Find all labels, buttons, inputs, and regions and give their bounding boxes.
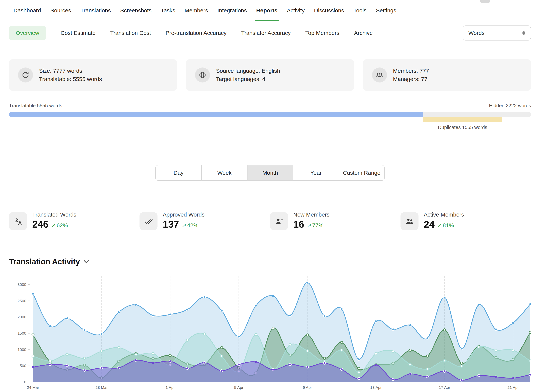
svg-text:28 Mar: 28 Mar <box>95 385 108 390</box>
range-week-button[interactable]: Week <box>201 165 247 180</box>
tab-translation-cost[interactable]: Translation Cost <box>110 30 151 36</box>
duplicates-label: Duplicates 1555 words <box>438 124 487 130</box>
date-range-toggle: Day Week Month Year Custom Range <box>155 165 385 181</box>
nav-item-dashboard[interactable]: Dashboard <box>14 0 41 21</box>
new-members-stat: New Members 16 ↗77% <box>270 211 400 230</box>
nav-item-tasks[interactable]: Tasks <box>161 0 175 21</box>
size-line: Size: 7777 words <box>39 67 102 75</box>
stat-label: Translated Words <box>32 211 76 218</box>
svg-text:1000: 1000 <box>17 347 26 352</box>
svg-text:13 Apr: 13 Apr <box>370 385 382 390</box>
members-line: Members: 777 <box>393 67 429 75</box>
svg-text:2000: 2000 <box>17 315 26 319</box>
stat-value: 24 <box>424 218 435 230</box>
nav-item-settings[interactable]: Settings <box>376 0 396 21</box>
members-card: Members: 777 Managers: 77 <box>363 59 531 91</box>
svg-text:17 Apr: 17 Apr <box>439 385 450 390</box>
project-info-cards: Size: 7777 words Translatable: 5555 word… <box>9 59 531 91</box>
stat-delta: ↗42% <box>182 221 198 230</box>
stat-delta: ↗77% <box>307 221 323 230</box>
people-icon <box>400 212 419 230</box>
tab-pretranslation-accuracy[interactable]: Pre-translation Accuracy <box>165 30 226 36</box>
stat-value: 137 <box>163 218 179 230</box>
range-day-button[interactable]: Day <box>156 165 201 180</box>
tab-cost-estimate[interactable]: Cost Estimate <box>60 30 96 36</box>
nav-item-activity[interactable]: Activity <box>287 0 305 21</box>
svg-text:500: 500 <box>20 363 26 368</box>
progress-track <box>9 112 531 117</box>
range-custom-button[interactable]: Custom Range <box>339 165 384 180</box>
nav-item-discussions[interactable]: Discussions <box>314 0 344 21</box>
svg-text:1 Apr: 1 Apr <box>165 385 175 390</box>
svg-text:0: 0 <box>24 380 26 384</box>
managers-line: Managers: 77 <box>393 75 429 83</box>
range-month-button[interactable]: Month <box>247 165 293 180</box>
stat-value: 246 <box>32 218 49 230</box>
svg-text:1500: 1500 <box>17 331 26 335</box>
size-card: Size: 7777 words Translatable: 5555 word… <box>9 59 177 91</box>
tab-overview[interactable]: Overview <box>9 26 46 40</box>
translatable-bar <box>9 112 423 117</box>
tab-top-members[interactable]: Top Members <box>305 30 339 36</box>
globe-icon <box>195 68 210 83</box>
language-card: Source language: English Target language… <box>186 59 354 91</box>
reports-page: Dashboard Sources Translations Screensho… <box>0 0 540 392</box>
svg-text:24 Mar: 24 Mar <box>27 385 39 390</box>
date-range-toggle-row: Day Week Month Year Custom Range <box>0 165 540 181</box>
nav-item-members[interactable]: Members <box>185 0 208 21</box>
activity-header: Translation Activity <box>9 257 531 266</box>
nav-item-screenshots[interactable]: Screenshots <box>120 0 151 21</box>
unit-select-value: Words <box>468 30 485 36</box>
nav-item-tools[interactable]: Tools <box>353 0 367 21</box>
svg-text:9 Apr: 9 Apr <box>303 385 312 390</box>
source-language-line: Source language: English <box>216 67 280 75</box>
activity-chart-wrap: 24 Mar28 Mar1 Apr5 Apr9 Apr13 Apr17 Apr2… <box>9 269 531 392</box>
nav-item-reports[interactable]: Reports <box>256 0 277 21</box>
svg-text:21 Apr: 21 Apr <box>507 385 519 390</box>
translation-activity-chart[interactable]: 24 Mar28 Mar1 Apr5 Apr9 Apr13 Apr17 Apr2… <box>9 269 531 392</box>
hidden-label: Hidden 2222 words <box>489 103 531 109</box>
unit-select[interactable]: Words <box>463 25 531 40</box>
sync-icon <box>18 68 33 83</box>
chevron-down-icon[interactable] <box>84 260 89 263</box>
stat-label: New Members <box>293 211 330 218</box>
tab-translator-accuracy[interactable]: Translator Accuracy <box>241 30 291 36</box>
trend-up-icon: ↗ <box>437 221 442 230</box>
stat-value: 16 <box>293 218 304 230</box>
person-plus-icon <box>270 212 288 230</box>
activity-title: Translation Activity <box>9 257 80 266</box>
trend-up-icon: ↗ <box>307 221 311 230</box>
stats-row: Translated Words 246 ↗62% Approved Words… <box>9 211 531 230</box>
stat-delta: ↗62% <box>51 221 68 230</box>
svg-text:3000: 3000 <box>17 282 26 287</box>
nav-item-integrations[interactable]: Integrations <box>218 0 247 21</box>
approved-words-stat: Approved Words 137 ↗42% <box>140 211 270 230</box>
team-icon <box>372 68 387 83</box>
top-nav: Dashboard Sources Translations Screensho… <box>0 0 540 21</box>
double-check-icon <box>140 212 158 230</box>
trend-up-icon: ↗ <box>51 221 56 230</box>
trend-up-icon: ↗ <box>182 221 186 230</box>
translatable-line: Translatable: 5555 words <box>39 75 102 83</box>
duplicates-bar <box>423 117 502 122</box>
stat-label: Active Members <box>424 211 464 218</box>
nav-item-sources[interactable]: Sources <box>50 0 71 21</box>
svg-text:5 Apr: 5 Apr <box>234 385 243 390</box>
target-languages-line: Target languages: 4 <box>216 75 280 83</box>
translate-icon <box>9 212 27 230</box>
tab-archive[interactable]: Archive <box>354 30 373 36</box>
translated-words-stat: Translated Words 246 ↗62% <box>9 211 140 230</box>
range-year-button[interactable]: Year <box>293 165 339 180</box>
report-tabs: Overview Cost Estimate Translation Cost … <box>0 21 540 45</box>
nav-item-translations[interactable]: Translations <box>80 0 111 21</box>
words-progress: Translatable 5555 words Hidden 2222 word… <box>9 103 531 145</box>
stat-delta: ↗81% <box>437 221 454 230</box>
avatar[interactable] <box>480 0 490 3</box>
select-stepper-icon <box>522 31 525 35</box>
active-members-stat: Active Members 24 ↗81% <box>400 211 531 230</box>
translatable-label: Translatable 5555 words <box>9 103 62 109</box>
svg-text:2500: 2500 <box>17 299 26 303</box>
stat-label: Approved Words <box>163 211 205 218</box>
